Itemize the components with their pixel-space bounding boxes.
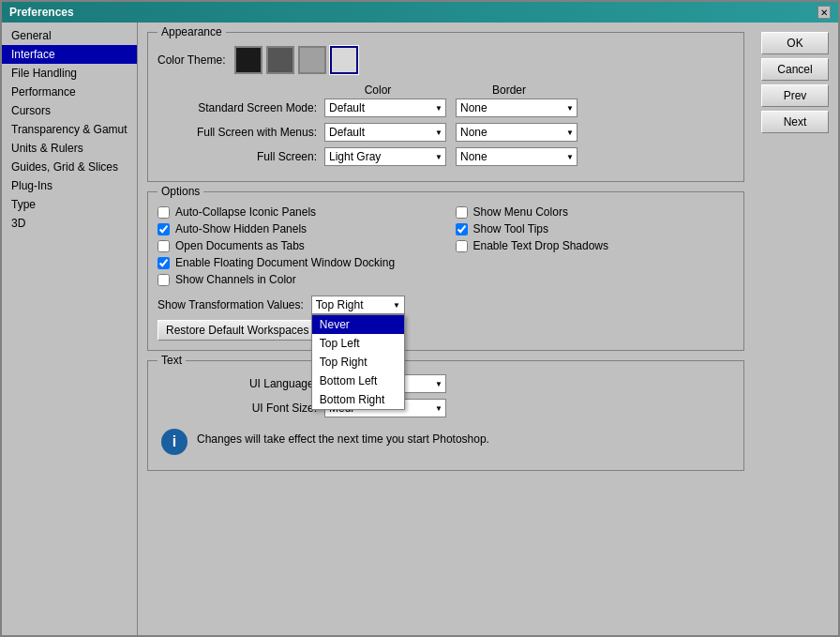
ui-font-size-label: UI Font Size:: [158, 402, 317, 415]
full-screen-color-select[interactable]: Light Gray Default: [324, 147, 446, 166]
restore-row: Restore Default Workspaces: [158, 320, 734, 341]
restore-workspaces-button[interactable]: Restore Default Workspaces: [158, 320, 318, 341]
main-area: OK Cancel Prev Next Appearance Color The…: [138, 23, 838, 635]
appearance-section: Appearance Color Theme: Color Border: [147, 32, 744, 182]
right-col-options: Show Menu Colors Show Tool Tips Enable T…: [456, 205, 735, 290]
sidebar-item-units-rulers[interactable]: Units & Rulers: [2, 139, 137, 158]
sidebar-item-transparency-gamut[interactable]: Transparency & Gamut: [2, 120, 137, 139]
auto-collapse-checkbox[interactable]: [158, 206, 170, 219]
sidebar-item-performance[interactable]: Performance: [2, 83, 137, 101]
auto-collapse-label: Auto-Collapse Iconic Panels: [175, 205, 316, 219]
ui-font-size-row: UI Font Size: Medi: [158, 399, 734, 417]
info-icon: i: [161, 429, 188, 455]
info-row: i Changes will take effect the next time…: [158, 423, 734, 461]
options-label: Options: [158, 185, 203, 198]
enable-text-drop-label: Enable Text Drop Shadows: [473, 239, 609, 252]
full-screen-menus-border-select[interactable]: None: [456, 123, 578, 142]
full-screen-menus-row: Full Screen with Menus: Default None: [158, 123, 734, 142]
enable-floating-checkbox[interactable]: [158, 257, 170, 269]
sidebar-item-general[interactable]: General: [2, 26, 137, 45]
standard-screen-color-select[interactable]: Default: [324, 99, 446, 117]
options-content: Auto-Collapse Iconic Panels Auto-Show Hi…: [148, 192, 743, 350]
show-menu-colors-label: Show Menu Colors: [473, 205, 568, 219]
show-menu-colors-checkbox[interactable]: [456, 206, 468, 219]
sidebar-item-guides-grid-slices[interactable]: Guides, Grid & Slices: [2, 158, 137, 176]
content-area: General Interface File Handling Performa…: [2, 23, 838, 635]
enable-floating-row: Enable Floating Document Window Docking: [158, 256, 437, 269]
dropdown-item-never[interactable]: Never: [312, 315, 404, 334]
color-swatch-medium[interactable]: [298, 46, 326, 74]
transformation-trigger[interactable]: Top Right: [311, 296, 405, 314]
show-menu-colors-row: Show Menu Colors: [456, 205, 735, 219]
next-button[interactable]: Next: [761, 111, 829, 133]
show-tool-tips-checkbox[interactable]: [456, 223, 468, 235]
info-text: Changes will take effect the next time y…: [197, 429, 489, 446]
dropdown-item-top-left[interactable]: Top Left: [312, 334, 404, 353]
transformation-current-value: Top Right: [316, 298, 364, 311]
prev-button[interactable]: Prev: [761, 84, 829, 107]
two-col-options: Auto-Collapse Iconic Panels Auto-Show Hi…: [158, 205, 734, 290]
sidebar-item-3d[interactable]: 3D: [2, 214, 137, 233]
color-theme-row: Color Theme:: [158, 46, 734, 74]
ui-language-label: UI Language:: [158, 377, 317, 390]
cancel-button[interactable]: Cancel: [761, 58, 829, 81]
window-title: Preferences: [9, 6, 74, 19]
auto-show-label: Auto-Show Hidden Panels: [175, 222, 307, 235]
color-headers: Color Border: [312, 83, 734, 97]
show-tool-tips-label: Show Tool Tips: [473, 222, 549, 235]
sidebar: General Interface File Handling Performa…: [2, 23, 138, 635]
auto-collapse-row: Auto-Collapse Iconic Panels: [158, 205, 437, 219]
standard-screen-border-wrapper: None: [456, 99, 578, 117]
color-column-header: Color: [312, 83, 443, 97]
show-tool-tips-row: Show Tool Tips: [456, 222, 735, 235]
transformation-dropdown-menu: Never Top Left Top Right Bottom Left Bot…: [311, 314, 405, 410]
title-bar: Preferences ✕: [2, 2, 838, 23]
auto-show-row: Auto-Show Hidden Panels: [158, 222, 437, 235]
preferences-window: Preferences ✕ General Interface File Han…: [0, 0, 840, 637]
border-column-header: Border: [443, 83, 575, 97]
full-screen-color-wrapper: Light Gray Default: [324, 147, 446, 166]
ok-button[interactable]: OK: [761, 32, 829, 54]
dropdown-item-bottom-left[interactable]: Bottom Left: [312, 372, 404, 390]
sidebar-item-plug-ins[interactable]: Plug-Ins: [2, 176, 137, 195]
full-screen-menus-border-wrapper: None: [456, 123, 578, 142]
show-channels-checkbox[interactable]: [158, 274, 170, 286]
transformation-row: Show Transformation Values: Top Right Ne…: [158, 296, 734, 314]
text-section-label: Text: [158, 354, 186, 367]
full-screen-border-select[interactable]: None: [456, 147, 578, 166]
open-docs-label: Open Documents as Tabs: [175, 239, 305, 252]
show-channels-label: Show Channels in Color: [175, 273, 296, 286]
auto-show-checkbox[interactable]: [158, 223, 170, 235]
enable-text-drop-checkbox[interactable]: [456, 240, 468, 252]
sidebar-item-cursors[interactable]: Cursors: [2, 101, 137, 120]
standard-screen-border-select[interactable]: None: [456, 99, 578, 117]
color-theme-label: Color Theme:: [158, 53, 225, 67]
sidebar-item-file-handling[interactable]: File Handling: [2, 64, 137, 83]
color-swatch-dark[interactable]: [234, 46, 262, 74]
open-docs-checkbox[interactable]: [158, 240, 170, 252]
full-screen-menus-label: Full Screen with Menus:: [158, 126, 317, 139]
color-swatch-medium-dark[interactable]: [266, 46, 294, 74]
appearance-content: Color Theme: Color Border Standard Scree…: [148, 33, 743, 181]
ui-language-row: UI Language: Engli: [158, 374, 734, 393]
full-screen-menus-color-wrapper: Default: [324, 123, 446, 142]
text-section: Text UI Language: Engli UI Font Size:: [147, 360, 744, 471]
standard-screen-label: Standard Screen Mode:: [158, 101, 317, 114]
options-section: Options Auto-Collapse Iconic Panels Auto…: [147, 191, 744, 351]
full-screen-row: Full Screen: Light Gray Default None: [158, 147, 734, 166]
left-col-options: Auto-Collapse Iconic Panels Auto-Show Hi…: [158, 205, 437, 290]
dropdown-item-top-right[interactable]: Top Right: [312, 353, 404, 372]
color-swatch-light[interactable]: [330, 46, 358, 74]
close-button[interactable]: ✕: [818, 6, 831, 19]
open-docs-row: Open Documents as Tabs: [158, 239, 437, 252]
right-buttons: OK Cancel Prev Next: [761, 32, 829, 133]
sidebar-item-interface[interactable]: Interface: [2, 45, 137, 64]
transformation-label: Show Transformation Values:: [158, 298, 304, 311]
full-screen-menus-color-select[interactable]: Default: [324, 123, 446, 142]
show-channels-row: Show Channels in Color: [158, 273, 437, 286]
sidebar-item-type[interactable]: Type: [2, 195, 137, 214]
text-content: UI Language: Engli UI Font Size: Medi: [148, 361, 743, 470]
full-screen-label: Full Screen:: [158, 150, 317, 163]
dropdown-item-bottom-right[interactable]: Bottom Right: [312, 390, 404, 409]
enable-text-drop-row: Enable Text Drop Shadows: [456, 239, 735, 252]
